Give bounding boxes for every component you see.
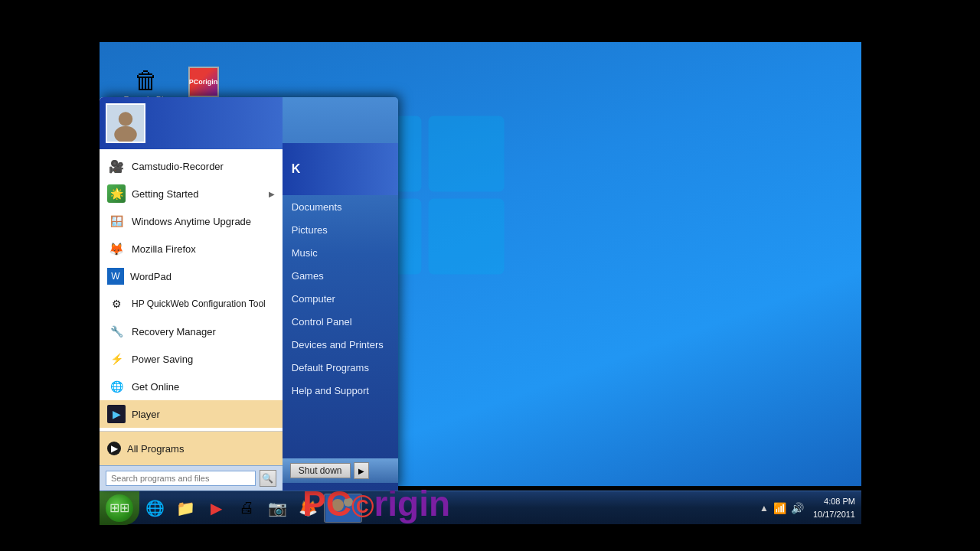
svg-point-6 bbox=[114, 126, 137, 143]
avatar-image bbox=[107, 103, 144, 143]
start-item-power-saving[interactable]: ⚡ Power Saving bbox=[100, 345, 283, 373]
right-item-documents[interactable]: Documents bbox=[283, 195, 398, 218]
all-programs-section: ▶ All Programs bbox=[100, 432, 283, 465]
taskbar-explorer[interactable]: 📁 bbox=[171, 494, 200, 523]
all-programs-icon: ▶ bbox=[107, 442, 121, 455]
system-clock[interactable]: 4:08 PM 10/17/2011 bbox=[813, 495, 855, 520]
recycle-bin-img: 🗑 bbox=[121, 67, 171, 95]
svg-rect-3 bbox=[429, 199, 505, 275]
search-button[interactable]: 🔍 bbox=[260, 470, 276, 487]
right-item-computer[interactable]: Computer bbox=[283, 287, 398, 310]
taskbar: ⊞ 🌐 📁 ▶ 🖨 📷 🦊 ▲ 📶 🔊 4:08 PM 10/17/2011 bbox=[100, 491, 861, 524]
taskbar-media-player[interactable]: ▶ bbox=[201, 494, 230, 523]
power-saving-icon: ⚡ bbox=[107, 350, 126, 368]
get-online-icon: 🌐 bbox=[107, 377, 126, 396]
pinned-apps-list: 🎥 Camstudio-Recorder 🌟 Getting Started ▶… bbox=[100, 149, 283, 432]
start-item-camstudio[interactable]: 🎥 Camstudio-Recorder bbox=[100, 152, 283, 180]
taskbar-camera[interactable]: 📷 bbox=[263, 494, 292, 523]
pcorigin-icon-img: PCorigin bbox=[188, 67, 219, 97]
start-menu-user-area bbox=[100, 97, 283, 149]
player-icon: ▶ bbox=[107, 405, 126, 423]
tray-network-icon[interactable]: 📶 bbox=[773, 502, 786, 514]
start-item-hp-quickweb[interactable]: ⚙ HP QuickWeb Configuration Tool bbox=[100, 290, 283, 318]
right-item-control-panel[interactable]: Control Panel bbox=[283, 310, 398, 333]
taskbar-hp[interactable]: 🖨 bbox=[232, 494, 261, 523]
tray-minimize-icon[interactable]: ▲ bbox=[760, 503, 769, 514]
camstudio-icon: 🎥 bbox=[107, 157, 126, 175]
start-orb: ⊞ bbox=[106, 494, 133, 522]
wordpad-icon: W bbox=[107, 268, 124, 285]
all-programs-button[interactable]: ▶ All Programs bbox=[100, 435, 283, 462]
right-item-pictures[interactable]: Pictures bbox=[283, 218, 398, 241]
start-item-getting-started[interactable]: 🌟 Getting Started ▶ bbox=[100, 180, 283, 207]
start-item-windows-anytime[interactable]: 🪟 Windows Anytime Upgrade bbox=[100, 207, 283, 235]
tray-volume-icon[interactable]: 🔊 bbox=[791, 502, 804, 514]
start-item-wordpad[interactable]: W WordPad bbox=[100, 262, 283, 290]
shutdown-bar: Shut down ▶ bbox=[283, 458, 398, 483]
right-user-area: K bbox=[283, 143, 398, 195]
start-item-firefox[interactable]: 🦊 Mozilla Firefox bbox=[100, 235, 283, 262]
right-item-music[interactable]: Music bbox=[283, 241, 398, 264]
brand-circle: © bbox=[351, 490, 374, 523]
user-avatar bbox=[106, 103, 145, 143]
recovery-icon: 🔧 bbox=[107, 322, 126, 341]
pcorigin-brand-watermark: PC©rigin bbox=[302, 486, 450, 522]
start-item-get-online[interactable]: 🌐 Get Online bbox=[100, 373, 283, 400]
getting-started-icon: 🌟 bbox=[107, 184, 126, 203]
taskbar-tray: ▲ 📶 🔊 4:08 PM 10/17/2011 bbox=[760, 495, 861, 520]
start-menu: 🎥 Camstudio-Recorder 🌟 Getting Started ▶… bbox=[100, 97, 398, 491]
getting-started-arrow: ▶ bbox=[269, 190, 275, 198]
start-item-player[interactable]: ▶ Player bbox=[100, 400, 283, 428]
firefox-icon: 🦊 bbox=[107, 240, 126, 258]
start-item-recovery[interactable]: 🔧 Recovery Manager bbox=[100, 318, 283, 345]
search-input[interactable] bbox=[106, 471, 256, 486]
shutdown-button[interactable]: Shut down bbox=[290, 463, 351, 478]
shutdown-arrow-button[interactable]: ▶ bbox=[354, 462, 369, 479]
start-menu-left: 🎥 Camstudio-Recorder 🌟 Getting Started ▶… bbox=[100, 97, 283, 491]
svg-point-5 bbox=[119, 112, 132, 126]
search-bar: 🔍 bbox=[100, 465, 283, 491]
hp-quickweb-icon: ⚙ bbox=[107, 295, 126, 313]
windows-anytime-icon: 🪟 bbox=[107, 212, 126, 230]
clock-date: 10/17/2011 bbox=[813, 508, 855, 521]
right-item-devices-printers[interactable]: Devices and Printers bbox=[283, 333, 398, 356]
start-menu-right: K Documents Pictures Music Games Compute… bbox=[283, 97, 398, 491]
right-item-default-programs[interactable]: Default Programs bbox=[283, 356, 398, 379]
username-label: K bbox=[292, 162, 301, 176]
svg-rect-1 bbox=[429, 116, 505, 192]
taskbar-ie[interactable]: 🌐 bbox=[140, 494, 169, 523]
right-item-help-support[interactable]: Help and Support bbox=[283, 379, 398, 402]
clock-time: 4:08 PM bbox=[813, 495, 855, 508]
start-button[interactable]: ⊞ bbox=[100, 491, 139, 525]
right-item-games[interactable]: Games bbox=[283, 264, 398, 287]
